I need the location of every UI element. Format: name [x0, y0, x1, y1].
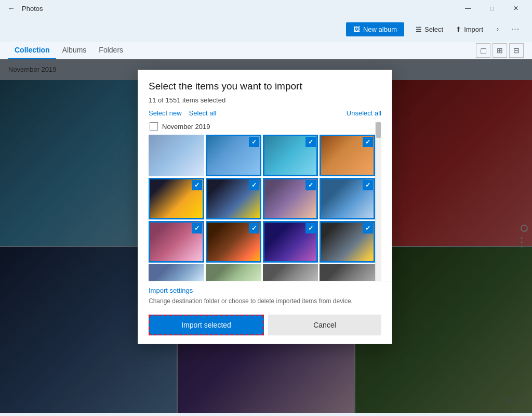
view-grid-button[interactable]: ⊞: [493, 43, 507, 58]
view-single-button[interactable]: ▢: [476, 43, 490, 58]
dialog-scroll-area: November 2019: [149, 122, 381, 281]
maximize-button[interactable]: □: [480, 0, 504, 17]
photo-1[interactable]: [149, 135, 204, 176]
view-compact-button[interactable]: ⊟: [509, 43, 524, 58]
new-album-button[interactable]: 🖼 New album: [346, 22, 404, 36]
photo-7[interactable]: [263, 178, 318, 219]
new-album-label: New album: [363, 25, 397, 33]
scrollbar-thumb[interactable]: [376, 122, 381, 138]
photo-8-check: [363, 180, 373, 190]
import-settings-desc: Change destination folder or choose to d…: [149, 297, 353, 305]
back-icon: ←: [8, 4, 15, 12]
dialog-title: Select the items you want to import: [149, 81, 381, 92]
photo-5[interactable]: [149, 178, 204, 219]
photo-4-check: [363, 137, 373, 147]
unselect-all-link[interactable]: Unselect all: [347, 109, 381, 117]
photo-12[interactable]: [320, 221, 375, 263]
photo-15[interactable]: [263, 264, 318, 281]
photo-9-check: [192, 223, 202, 233]
chevron-right-icon: ›: [497, 25, 499, 33]
photo-4[interactable]: [320, 135, 375, 176]
maximize-icon: □: [490, 5, 494, 12]
photo-5-check: [192, 180, 202, 190]
dialog-actions: Select new Select all Unselect all: [149, 109, 381, 117]
photo-11[interactable]: [263, 221, 318, 263]
select-new-link[interactable]: Select new: [149, 109, 182, 117]
tab-folders[interactable]: Folders: [92, 42, 129, 59]
photo-9[interactable]: [149, 221, 204, 263]
import-selected-button[interactable]: Import selected: [149, 315, 264, 335]
import-icon: ⬆: [456, 25, 461, 33]
more-options-button[interactable]: ···: [507, 21, 524, 37]
back-button[interactable]: ←: [4, 1, 19, 16]
titlebar: ← Photos — □ ✕: [0, 0, 532, 17]
section-label: November 2019: [162, 123, 210, 131]
main-content: November 2019 2019 Select the items you …: [0, 59, 532, 413]
dialog-count: 11 of 1551 items selected: [149, 96, 381, 104]
toolbar-chevron[interactable]: ›: [490, 22, 505, 36]
new-album-icon: 🖼: [353, 25, 360, 33]
dialog-body: Select the items you want to import 11 o…: [138, 70, 392, 281]
minimize-icon: —: [465, 5, 471, 12]
select-button[interactable]: ☰ Select: [410, 22, 448, 36]
photo-grid-row2: [149, 178, 375, 219]
photo-6[interactable]: [206, 178, 261, 219]
cancel-button[interactable]: Cancel: [268, 315, 381, 335]
photo-11-check: [305, 223, 316, 233]
nav-tabs: Collection Albums Folders ▢ ⊞ ⊟: [0, 42, 532, 59]
select-all-link[interactable]: Select all: [189, 109, 217, 117]
photo-7-check: [305, 180, 316, 190]
import-dialog: Select the items you want to import 11 o…: [138, 70, 392, 344]
close-button[interactable]: ✕: [504, 0, 528, 17]
photo-list: November 2019: [149, 122, 375, 281]
photo-13[interactable]: [149, 264, 204, 281]
select-icon: ☰: [416, 25, 422, 33]
dialog-footer: Import selected Cancel: [138, 309, 392, 344]
close-icon: ✕: [513, 5, 518, 12]
toolbar: 🖼 New album ☰ Select ⬆ Import › ···: [0, 17, 532, 42]
view-options: ▢ ⊞ ⊟: [476, 43, 524, 58]
tab-folders-label: Folders: [99, 46, 123, 54]
tab-collection[interactable]: Collection: [8, 42, 56, 59]
photo-6-check: [249, 180, 259, 190]
photo-grid-row1: [149, 135, 375, 176]
photo-grid-partial: [149, 264, 375, 281]
tab-albums-label: Albums: [62, 46, 87, 54]
dialog-scrollbar[interactable]: [375, 122, 381, 281]
photo-2[interactable]: [206, 135, 261, 176]
dots-icon: ···: [511, 24, 520, 34]
photo-12-check: [363, 223, 373, 233]
tab-collection-label: Collection: [15, 46, 50, 54]
section-checkbox[interactable]: [150, 122, 158, 131]
tab-albums[interactable]: Albums: [56, 42, 93, 59]
photo-2-check: [249, 137, 259, 147]
photo-3-check: [305, 137, 316, 147]
photo-10[interactable]: [206, 221, 261, 263]
app-title: Photos: [22, 5, 43, 12]
photo-grid-row3: [149, 221, 375, 263]
import-label: Import: [464, 25, 483, 33]
import-button[interactable]: ⬆ Import: [450, 22, 488, 36]
select-label: Select: [424, 25, 443, 33]
photo-8[interactable]: [320, 178, 375, 219]
photo-10-check: [249, 223, 259, 233]
import-settings-link[interactable]: Import settings: [149, 287, 381, 294]
photo-16[interactable]: [320, 264, 375, 281]
section-header: November 2019: [149, 122, 375, 131]
import-settings-section: Import settings Change destination folde…: [138, 281, 392, 309]
photo-14[interactable]: [206, 264, 261, 281]
minimize-button[interactable]: —: [456, 0, 480, 17]
window-controls: — □ ✕: [456, 0, 528, 17]
photo-3[interactable]: [263, 135, 318, 176]
